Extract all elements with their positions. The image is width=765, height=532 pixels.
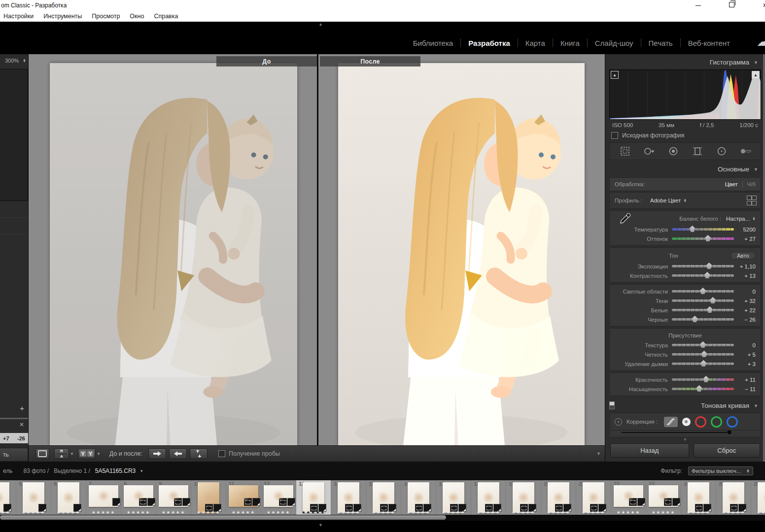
soft-proofing-toggle[interactable]: Получение пробы xyxy=(218,450,280,457)
shadow-clipping-indicator[interactable]: ▲ xyxy=(611,71,619,79)
module-tab-7[interactable]: Веб-контент xyxy=(681,39,737,47)
eyedropper-icon[interactable] xyxy=(615,212,632,225)
collapse-top-panel-icon[interactable]: ▲ xyxy=(318,22,323,27)
treatment-bw-option[interactable]: Ч/б xyxy=(747,181,756,187)
before-pane[interactable]: До xyxy=(29,54,317,445)
filmstrip-thumbnail-10[interactable]: 10★★★★★ xyxy=(191,480,226,515)
star-rating[interactable]: ★★★★★ xyxy=(506,510,541,515)
module-tab-4[interactable]: Книга xyxy=(553,39,587,47)
filmstrip-thumbnail-7[interactable]: 7★★★★★ xyxy=(86,480,121,515)
copy-before-to-after-button[interactable] xyxy=(148,448,166,459)
basic-panel-header[interactable]: Основные ▼ xyxy=(605,161,765,176)
spot-removal-tool[interactable] xyxy=(642,144,657,158)
filmstrip-thumbnail-21[interactable]: 21★★★★★ xyxy=(576,480,611,515)
star-rating[interactable]: ★★★★★ xyxy=(576,510,611,515)
thumbnail-image[interactable] xyxy=(89,485,118,507)
filmstrip-thumbnail-26[interactable]: 26★★★★★ xyxy=(751,480,765,515)
thumbnail-image[interactable] xyxy=(614,485,643,507)
star-rating[interactable]: ★★★★★ xyxy=(401,510,436,515)
adjustment-badge-icon[interactable] xyxy=(287,498,295,506)
crop-badge-icon[interactable] xyxy=(279,498,287,506)
minimize-button[interactable] xyxy=(691,2,705,9)
filmstrip-thumbnail-11[interactable]: 11★★★★★ xyxy=(226,480,261,515)
slider-track[interactable] xyxy=(672,290,734,293)
thumbnail-image[interactable] xyxy=(443,482,464,513)
star-rating[interactable]: ★★★★★ xyxy=(331,510,366,515)
star-rating[interactable]: ★★★★★ xyxy=(436,510,471,515)
filmstrip-thumbnail-17[interactable]: 17★★★★★ xyxy=(436,480,471,515)
thumbnail-image[interactable] xyxy=(58,482,79,513)
slider-track[interactable] xyxy=(672,388,734,390)
chevron-down-icon[interactable]: ▼ xyxy=(139,469,143,473)
thumbnail-image[interactable] xyxy=(229,485,258,507)
original-photo-toggle[interactable]: Исходная фотография xyxy=(605,130,765,141)
filmstrip-thumbnail-14[interactable]: 14★★★★★ xyxy=(331,480,366,515)
filmstrip-thumbnail-12[interactable]: 12★★★★★ xyxy=(261,480,296,515)
star-rating[interactable]: ★★★★★ xyxy=(121,510,156,515)
collapse-filmstrip-icon[interactable]: ▼ xyxy=(318,523,323,528)
graduated-filter-tool[interactable] xyxy=(690,144,705,158)
star-rating[interactable]: ★★★★★ xyxy=(156,510,191,515)
thumbnail-image[interactable] xyxy=(758,482,765,513)
filmstrip-thumbnail-5[interactable]: 5★★★★★ xyxy=(16,480,51,515)
targeted-adjustment-icon[interactable] xyxy=(615,418,622,426)
adjustment-badge-icon[interactable] xyxy=(182,498,190,506)
cloud-sync-icon[interactable]: ☁ xyxy=(757,34,765,49)
thumbnail-image[interactable] xyxy=(338,482,359,513)
slider-track[interactable] xyxy=(672,318,734,321)
module-tab-2[interactable]: Разработка xyxy=(461,39,518,47)
loupe-view-button[interactable] xyxy=(35,448,49,459)
thumbnail-image[interactable] xyxy=(373,482,394,513)
adjustment-badge-icon[interactable] xyxy=(147,498,155,506)
split-view-button[interactable]: YY xyxy=(78,448,96,459)
thumbnail-image[interactable] xyxy=(0,482,9,513)
curve-point[interactable] xyxy=(727,430,732,435)
spinner-icon[interactable]: ▲▼ xyxy=(752,217,756,221)
slider-track[interactable] xyxy=(672,344,734,346)
star-rating[interactable]: ★★★★★ xyxy=(0,510,16,515)
module-tab-3[interactable]: Карта xyxy=(518,39,553,47)
restore-button[interactable] xyxy=(725,2,738,9)
thumbnail-image[interactable] xyxy=(408,482,429,513)
thumbnail-image[interactable] xyxy=(583,482,604,513)
star-rating[interactable]: ★★★★★ xyxy=(261,510,296,515)
thumbnail-image[interactable] xyxy=(548,482,569,513)
star-rating[interactable]: ★★★★★ xyxy=(751,510,765,515)
crop-badge-icon[interactable] xyxy=(664,498,672,506)
scrollbar-thumb[interactable] xyxy=(0,515,446,520)
filmstrip-thumbnail-6[interactable]: 6★★★★★ xyxy=(51,480,86,515)
collapse-right-panel-icon[interactable]: ▼ xyxy=(596,451,601,456)
chevron-down-icon[interactable]: ▼ xyxy=(605,437,765,442)
star-rating[interactable]: ★★★★★ xyxy=(681,510,716,515)
star-rating[interactable]: ★★★★★ xyxy=(716,510,751,515)
star-rating[interactable]: ★★★★★ xyxy=(226,510,261,515)
filmstrip-thumbnail-25[interactable]: 25★★★★★ xyxy=(716,480,751,515)
curve-channel-green[interactable] xyxy=(711,416,722,428)
slider-track[interactable] xyxy=(672,274,734,277)
navigator-preview[interactable] xyxy=(0,69,28,201)
star-rating[interactable]: ★★★★★ xyxy=(191,510,226,515)
star-rating[interactable]: ★★★★★ xyxy=(611,510,646,515)
thumbnail-image[interactable] xyxy=(513,482,534,513)
thumbnail-image[interactable] xyxy=(159,485,188,507)
checkbox-icon[interactable] xyxy=(218,450,225,457)
red-eye-tool[interactable] xyxy=(666,144,681,158)
reset-button[interactable]: Сброс xyxy=(694,443,760,458)
slider-track[interactable] xyxy=(672,299,734,302)
histogram-header[interactable]: Гистограмма ▼ xyxy=(605,54,765,69)
filmstrip-thumbnail-19[interactable]: 19★★★★★ xyxy=(506,480,541,515)
filmstrip-thumbnail-24[interactable]: 24★★★★★ xyxy=(681,480,716,515)
slider-track[interactable] xyxy=(672,309,734,311)
filmstrip-thumbnail-18[interactable]: 18★★★★★ xyxy=(471,480,506,515)
slider-track[interactable] xyxy=(672,228,734,231)
current-filename[interactable]: 5A5A1165.CR3 xyxy=(95,467,136,474)
filmstrip-thumbnail-23[interactable]: 23★★★★★ xyxy=(646,480,681,515)
thumbnail-image[interactable] xyxy=(23,482,44,513)
slider-track[interactable] xyxy=(672,265,734,267)
filmstrip-thumbnail-4[interactable]: 4★★★★★ xyxy=(0,480,16,515)
filmstrip-thumbnail-16[interactable]: 16★★★★★ xyxy=(401,480,436,515)
tone-curve-header[interactable]: Тоновая кривая ▼ xyxy=(605,398,765,413)
after-pane[interactable]: После xyxy=(318,54,605,445)
curve-channel-red[interactable] xyxy=(695,416,706,428)
crop-badge-icon[interactable] xyxy=(139,498,147,506)
